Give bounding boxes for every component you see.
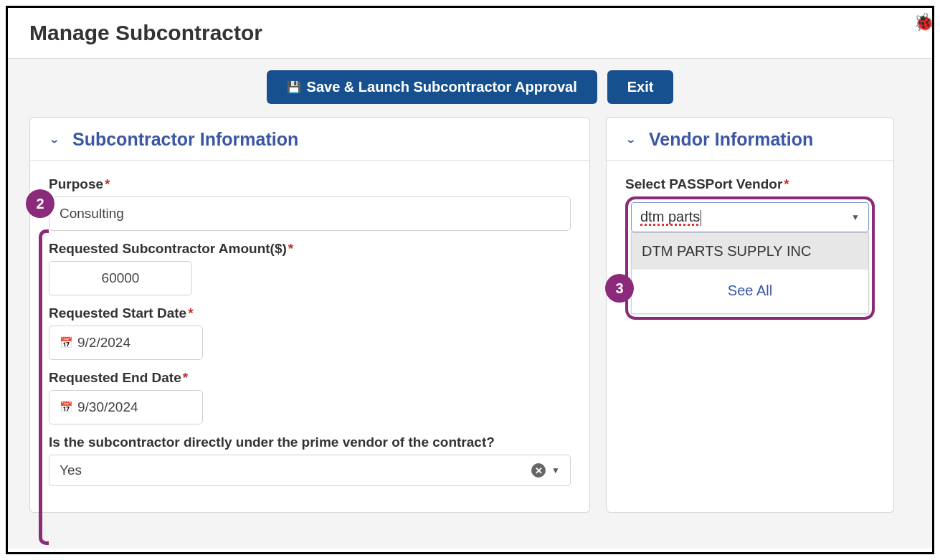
purpose-input[interactable]: Consulting <box>49 196 571 231</box>
end-date-input[interactable]: 📅 9/30/2024 <box>49 390 203 424</box>
exit-button[interactable]: Exit <box>607 70 674 104</box>
amount-label: Requested Subcontractor Amount($)* <box>49 241 571 257</box>
callout-badge-2: 2 <box>26 189 54 218</box>
bug-icon[interactable]: 🐞 <box>913 12 934 32</box>
caret-down-icon: ▼ <box>551 465 560 475</box>
prime-vendor-value: Yes <box>60 462 82 478</box>
vendor-highlight-box: dtm parts ▼ DTM PARTS SUPPLY INC See All <box>625 196 875 320</box>
callout-bracket <box>39 229 49 545</box>
vendor-search-input[interactable]: dtm parts ▼ <box>631 202 869 232</box>
start-date-label: Requested Start Date* <box>49 305 571 321</box>
callout-badge-3: 3 <box>605 274 634 303</box>
save-icon: 💾 <box>287 80 301 94</box>
chevron-down-icon: ⌄ <box>625 134 636 145</box>
chevron-down-icon: ⌄ <box>49 134 60 145</box>
caret-down-icon: ▼ <box>851 212 860 222</box>
vendor-info-panel: ⌄ Vendor Information Select PASSPort Ven… <box>606 117 894 513</box>
prime-vendor-label: Is the subcontractor directly under the … <box>49 435 571 450</box>
subcontractor-info-panel: ⌄ Subcontractor Information Purpose* Con… <box>29 117 590 513</box>
see-all-link[interactable]: See All <box>632 270 868 313</box>
subcontractor-info-title: Subcontractor Information <box>72 129 298 150</box>
save-launch-label: Save & Launch Subcontractor Approval <box>307 79 577 95</box>
vendor-option[interactable]: DTM PARTS SUPPLY INC <box>632 233 868 270</box>
calendar-icon: 📅 <box>60 336 73 349</box>
content-area: 💾 Save & Launch Subcontractor Approval E… <box>8 59 932 549</box>
vendor-dropdown: DTM PARTS SUPPLY INC See All <box>631 232 869 314</box>
clear-icon[interactable]: ✕ <box>531 463 546 478</box>
end-date-label: Requested End Date* <box>49 370 571 386</box>
vendor-typed-text: dtm parts <box>640 209 700 224</box>
subcontractor-info-header[interactable]: ⌄ Subcontractor Information <box>30 118 589 161</box>
purpose-value: Consulting <box>60 206 124 221</box>
save-launch-button[interactable]: 💾 Save & Launch Subcontractor Approval <box>267 70 597 104</box>
prime-vendor-select[interactable]: Yes ✕ ▼ <box>49 455 571 486</box>
exit-label: Exit <box>627 79 654 95</box>
start-date-input[interactable]: 📅 9/2/2024 <box>49 326 203 360</box>
start-date-value: 9/2/2024 <box>77 335 130 351</box>
vendor-info-title: Vendor Information <box>649 129 813 150</box>
vendor-select-label: Select PASSPort Vendor* <box>625 176 875 192</box>
amount-input[interactable]: 60000 <box>49 261 192 295</box>
vendor-info-header[interactable]: ⌄ Vendor Information <box>607 118 893 161</box>
page-title: Manage Subcontractor <box>8 8 932 59</box>
purpose-label: Purpose* <box>49 176 571 192</box>
amount-value: 60000 <box>102 270 140 285</box>
action-button-row: 💾 Save & Launch Subcontractor Approval E… <box>8 70 932 117</box>
text-cursor <box>701 210 701 226</box>
end-date-value: 9/30/2024 <box>77 399 138 415</box>
calendar-icon: 📅 <box>60 401 73 414</box>
